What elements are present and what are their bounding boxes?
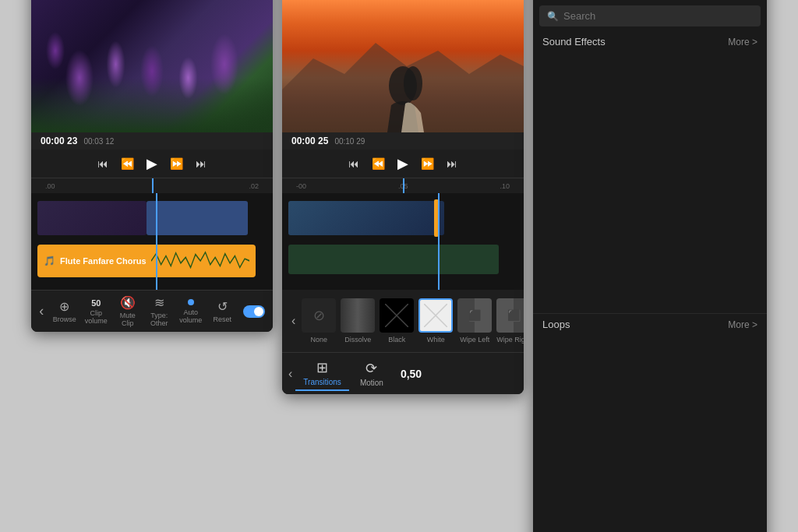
audio-item-lofi[interactable]: ▶ Lofi Hip Hop Raindrops Full Origin Sou…: [533, 335, 767, 428]
mid-step-forward-button[interactable]: ⏩: [421, 157, 434, 170]
video-clip-thumbnail: [37, 201, 147, 235]
step-forward-button[interactable]: ⏩: [170, 157, 183, 170]
trans-black[interactable]: Black: [380, 298, 414, 344]
transitions-tab-label: Transitions: [303, 378, 341, 386]
auto-volume-tool[interactable]: Autovolume: [177, 299, 205, 324]
loops-section-header: Loops More >: [533, 315, 767, 335]
trans-dissolve-box: [341, 298, 375, 333]
mid-timeline-tracks: [282, 193, 524, 290]
trans-wipe-right-box: ⬛: [496, 298, 524, 333]
transitions-bar: ‹ ⊘ None Dissolve Black: [282, 290, 524, 352]
mid-step-back-button[interactable]: ⏪: [372, 157, 385, 170]
ruler-mark-2: .02: [249, 182, 259, 190]
trans-white-label: White: [427, 336, 445, 344]
toggle-switch[interactable]: [243, 305, 265, 318]
toggle-tool[interactable]: [240, 305, 268, 318]
auto-volume-label: Autovolume: [179, 308, 202, 324]
audio-clip-label: Flute Fanfare Chorus: [60, 256, 147, 266]
mid-audio-track[interactable]: [288, 245, 499, 274]
tab-transitions[interactable]: ⊞ Transitions: [295, 356, 349, 391]
flowers-video-bg: [31, 0, 273, 132]
mid-skip-back-button[interactable]: ⏮: [348, 157, 359, 170]
wedding-video-bg: [282, 0, 524, 132]
search-input[interactable]: [563, 10, 753, 22]
type-other-tool[interactable]: ≋ Type:Other: [145, 295, 173, 327]
search-icon: 🔍: [547, 11, 559, 22]
mid-playback-controls: ⏮ ⏪ ▶ ⏩ ⏭: [282, 150, 524, 178]
clip-volume-tool[interactable]: 50 Clipvolume: [82, 298, 110, 325]
mid-video-clip[interactable]: [288, 201, 444, 235]
trans-wipe-left-box: ⬛: [457, 298, 492, 333]
audio-waveform: [151, 250, 249, 272]
trans-dissolve-label: Dissolve: [344, 336, 371, 344]
left-timecode-bar: 00:00 23 00:03 12: [31, 132, 273, 150]
type-icon: ≋: [154, 295, 164, 310]
reset-label: Reset: [213, 315, 231, 323]
mid-timeline-playhead: [438, 193, 440, 290]
motion-tab-label: Motion: [360, 379, 383, 387]
auto-volume-dot: [188, 299, 194, 305]
mid-timecode-main: 00:00 25: [291, 136, 328, 146]
trans-white-box: [418, 298, 453, 333]
mid-timeline-ruler: -00 .05 .10: [282, 178, 524, 193]
trans-nav-left[interactable]: ‹: [288, 314, 298, 328]
audio-item-afrobeat[interactable]: ▶ Afrobeat Senegalese Full Splice Sessio…: [533, 501, 767, 532]
audio-item-flute[interactable]: ▶ Flute Fanfare Chorus Field and Foley 0…: [533, 52, 767, 143]
mid-bottom-tabs: ‹ ⊞ Transitions ⟳ Motion 0,50: [282, 352, 524, 394]
left-playback-controls: ⏮ ⏪ ▶ ⏩ ⏭: [31, 150, 273, 178]
trans-wipe-right[interactable]: ⬛ Wipe Right: [496, 298, 524, 344]
tab-motion[interactable]: ⟳ Motion: [352, 357, 391, 390]
left-timecode-sub: 00:03 12: [83, 137, 114, 146]
mid-playhead-ruler: [403, 178, 404, 193]
skip-back-button[interactable]: ⏮: [97, 157, 108, 170]
audio-item-dance[interactable]: ▶ Dance Pop Sunbathing Full Sample Magic…: [533, 428, 767, 501]
loops-title: Loops: [542, 319, 570, 330]
audio-waveform-icon: 🎵: [44, 255, 55, 266]
left-timeline-tracks: 🎵 Flute Fanfare Chorus: [31, 193, 273, 290]
audio-item-birds[interactable]: ▶ Peaceful Birds Field and Foley 1:38 · …: [533, 143, 767, 213]
mid-play-button[interactable]: ▶: [397, 155, 408, 172]
browse-label: Browse: [53, 315, 76, 323]
transitions-icon: ⊞: [316, 359, 328, 376]
mid-tab-nav-left[interactable]: ‹: [288, 367, 292, 381]
sound-effects-more[interactable]: More >: [728, 37, 757, 48]
mid-clip-bg: [288, 201, 444, 235]
trans-none[interactable]: ⊘ None: [302, 298, 336, 344]
mid-ruler-0: -00: [296, 182, 306, 190]
duration-display: 0,50: [401, 368, 422, 380]
mid-ruler-2: .10: [500, 182, 510, 190]
trans-white[interactable]: White: [418, 298, 453, 344]
skip-forward-button[interactable]: ⏭: [196, 157, 207, 170]
step-back-button[interactable]: ⏪: [121, 157, 134, 170]
left-video-preview: [31, 0, 273, 132]
trans-none-icon: ⊘: [313, 307, 325, 324]
loops-more[interactable]: More >: [728, 319, 757, 330]
trans-wipe-left[interactable]: ⬛ Wipe Left: [457, 298, 492, 344]
audio-track-row: 🎵 Flute Fanfare Chorus: [31, 241, 273, 280]
video-clip[interactable]: [37, 201, 147, 235]
video-track-row: [31, 199, 273, 238]
blue-clip[interactable]: [147, 201, 248, 235]
timeline-playhead-line: [156, 193, 157, 290]
trans-dissolve[interactable]: Dissolve: [341, 298, 375, 344]
type-label: Type:Other: [150, 312, 168, 327]
play-button[interactable]: ▶: [147, 155, 157, 172]
sound-effects-title: Sound Effects: [542, 36, 606, 48]
toolbar-nav-left[interactable]: ‹: [36, 303, 47, 319]
audio-item-kiss[interactable]: ▶ Kiss Hard Field and Foley 0:01 · Movie…: [533, 213, 767, 312]
audio-clip[interactable]: 🎵 Flute Fanfare Chorus: [37, 245, 256, 277]
left-editor-panel: ⌂ Sequence 01 ↩ ⎙ 💬 00:00 23 00:03 12 ⏮ …: [31, 0, 273, 332]
clip-volume-label: Clipvolume: [85, 309, 108, 325]
search-bar[interactable]: 🔍: [539, 5, 761, 26]
reset-icon: ↺: [217, 299, 228, 314]
mid-skip-forward-button[interactable]: ⏭: [447, 157, 457, 170]
wipe-right-icon: ⬛: [507, 309, 521, 322]
mid-timecode-sub: 00:10 29: [334, 137, 365, 146]
mid-timecode-bar: 00:00 25 00:10 29: [282, 132, 524, 150]
trans-black-box: [380, 298, 414, 333]
left-timeline-ruler: .00 .02: [31, 178, 273, 193]
wipe-left-icon: ⬛: [468, 309, 482, 322]
mute-clip-tool[interactable]: 🔇 MuteClip: [114, 295, 142, 327]
reset-tool[interactable]: ↺ Reset: [208, 299, 236, 323]
browse-tool[interactable]: ⊕ Browse: [51, 299, 79, 323]
